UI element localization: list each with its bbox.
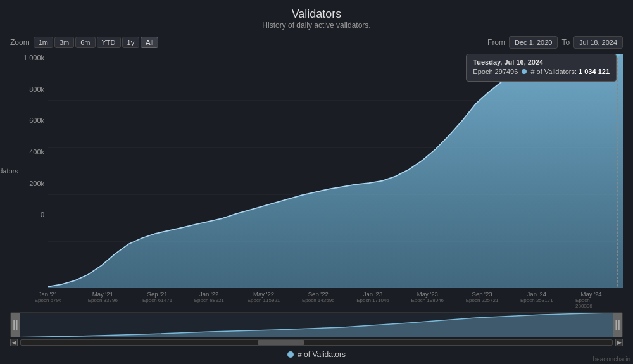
zoom-btn-1y[interactable]: 1y [122, 37, 140, 48]
from-date[interactable]: Dec 1, 2020 [509, 36, 558, 49]
x-tick-jan23: Jan '23Epoch 171046 [356, 291, 389, 303]
chart-area-fill [48, 54, 623, 288]
x-tick-may22: May '22Epoch 115921 [248, 291, 280, 303]
chart-controls: Zoom 1m 3m 6m YTD 1y All From Dec 1, 202… [10, 36, 623, 49]
y-tick-200k: 200k [10, 180, 48, 187]
x-tick-sep22: Sep '22Epoch 143596 [302, 291, 335, 303]
to-date[interactable]: Jul 18, 2024 [573, 36, 623, 49]
legend: # of Validators [10, 350, 623, 359]
tooltip: Tuesday, Jul 16, 2024 Epoch 297496 # of … [466, 54, 617, 82]
y-tick-800k: 800k [10, 85, 48, 93]
y-tick-600k: 600k [10, 116, 48, 124]
date-range: From Dec 1, 2020 To Jul 18, 2024 [487, 36, 623, 49]
from-label: From [487, 38, 505, 47]
nav-chart-svg [11, 313, 622, 337]
svg-rect-10 [613, 313, 622, 337]
legend-label: # of Validators [298, 350, 346, 359]
scrollbar: ◀ ▶ [10, 338, 623, 347]
zoom-group: Zoom 1m 3m 6m YTD 1y All [10, 37, 158, 48]
page-container: Validators History of daily active valid… [0, 0, 633, 364]
tooltip-date: Tuesday, Jul 16, 2024 [473, 58, 610, 66]
svg-rect-13 [20, 313, 613, 313]
scroll-right[interactable]: ▶ [615, 339, 623, 346]
y-tick-1000k: 1 000k [10, 54, 48, 61]
y-tick-400k: 400k [10, 148, 48, 156]
chart-header: Validators History of daily active valid… [10, 8, 623, 30]
zoom-btn-1m[interactable]: 1m [34, 37, 53, 48]
chart-title: Validators [10, 8, 623, 21]
navigator-area: Jan '21 Jul '21 Jan '22 Jul '22 Jan '23 … [10, 312, 623, 348]
tooltip-series-label: # of Validators: [530, 68, 579, 75]
zoom-btn-6m[interactable]: 6m [75, 37, 95, 48]
chart-subtitle: History of daily active validators. [10, 21, 623, 30]
tooltip-epoch-value: 297496 [495, 68, 518, 75]
y-tick-0: 0 [10, 211, 48, 218]
x-tick-jan24: Jan '24Epoch 253171 [520, 291, 553, 303]
svg-rect-7 [11, 313, 20, 337]
x-tick-may21: May '21Epoch 33796 [88, 291, 118, 303]
tooltip-epoch: Epoch 297496 # of Validators: 1 034 121 [473, 68, 610, 75]
scroll-thumb[interactable] [258, 340, 305, 345]
legend-dot [287, 351, 294, 358]
y-axis-label: # of Validators [0, 167, 18, 175]
svg-rect-6 [11, 313, 622, 337]
x-tick-jan21: Jan '21Epoch 6796 [35, 291, 62, 303]
x-tick-sep21: Sep '21Epoch 61471 [142, 291, 172, 303]
chart-area: # of Validators 1 000k 800k 600k 400k 20… [10, 54, 623, 311]
x-tick-may24: May '24Epoch 280396 [575, 291, 607, 309]
chart-plot[interactable] [48, 54, 623, 288]
to-label: To [561, 38, 570, 47]
zoom-btn-ytd[interactable]: YTD [97, 37, 121, 48]
x-tick-jan22: Jan '22Epoch 88921 [194, 291, 224, 303]
zoom-label: Zoom [10, 38, 30, 47]
x-tick-may23: May '23Epoch 198046 [411, 291, 444, 303]
zoom-btn-all[interactable]: All [141, 37, 158, 48]
main-chart-svg [48, 54, 623, 288]
chart-main: Tuesday, Jul 16, 2024 Epoch 297496 # of … [48, 54, 623, 311]
zoom-btn-3m[interactable]: 3m [54, 37, 74, 48]
scroll-left[interactable]: ◀ [10, 339, 18, 346]
tooltip-epoch-label: Epoch [473, 68, 494, 75]
x-tick-sep23: Sep '23Epoch 225721 [466, 291, 499, 303]
watermark: beaconcha.in [593, 356, 631, 363]
tooltip-series-value: 1 034 121 [579, 68, 610, 75]
x-axis: Jan '21Epoch 6796 May '21Epoch 33796 Sep… [48, 288, 623, 311]
scroll-track[interactable] [20, 339, 613, 346]
y-axis: # of Validators 1 000k 800k 600k 400k 20… [10, 54, 48, 311]
nav-container[interactable]: Jan '21 Jul '21 Jan '22 Jul '22 Jan '23 … [10, 312, 623, 337]
